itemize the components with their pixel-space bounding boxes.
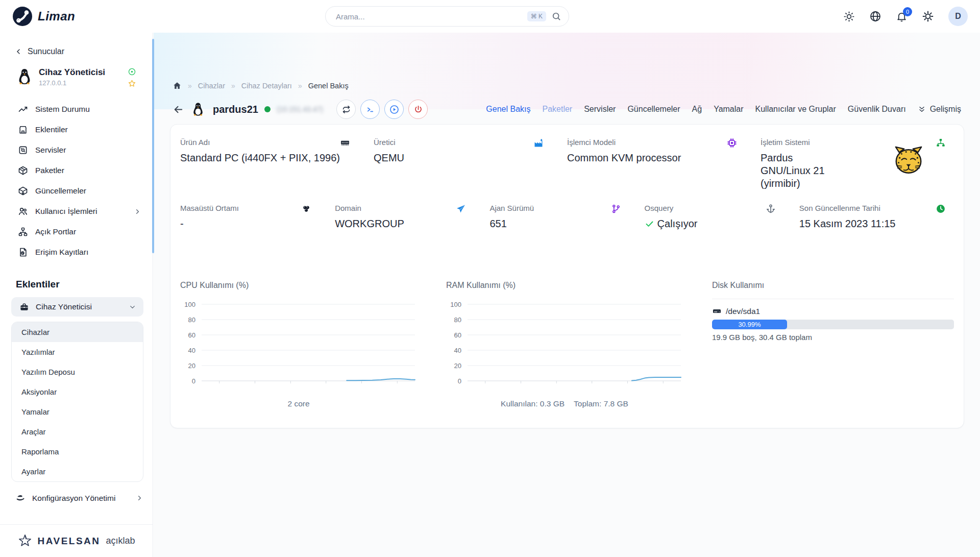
submenu-item-aksiyonlar[interactable]: Aksiyonlar — [12, 382, 143, 402]
svg-text:80: 80 — [188, 316, 195, 324]
cpu-usage-chart: CPU Kullanımı (%) 020406080100 2 core — [180, 281, 417, 408]
main-content: » Cihazlar » Cihaz Detayları » Genel Bak… — [154, 33, 980, 557]
submenu-item-yazilim-deposu[interactable]: Yazılım Deposu — [12, 362, 143, 382]
terminal-button[interactable] — [360, 100, 380, 119]
svg-text:100: 100 — [184, 301, 195, 308]
services-icon — [18, 145, 28, 155]
svg-text:40: 40 — [188, 347, 195, 354]
breadcrumb: » Cihazlar » Cihaz Detayları » Genel Bak… — [173, 81, 349, 90]
package-icon — [18, 165, 28, 176]
layers-icon — [16, 493, 26, 503]
disk-device-row: /dev/sda1 — [712, 306, 954, 316]
breadcrumb-separator: » — [298, 82, 302, 90]
breadcrumb-cihaz-detaylari[interactable]: Cihaz Detayları — [241, 82, 292, 90]
info-card-ajan-surumu: Ajan Sürümü 651 — [489, 204, 644, 245]
svg-text:60: 60 — [188, 331, 195, 339]
favorite-star-icon[interactable] — [128, 79, 136, 88]
memory-icon — [340, 138, 350, 148]
tab-kullanicilar-ve-gruplar[interactable]: Kullanıcılar ve Gruplar — [755, 105, 836, 114]
svg-text:20: 20 — [188, 362, 195, 370]
notification-count-badge: 0 — [903, 7, 912, 16]
info-card-masaustu-ortami: Masaüstü Ortamı - — [180, 204, 335, 245]
disk-percent-label: 30.99% — [738, 321, 761, 328]
search-input[interactable] — [336, 12, 527, 21]
sidebar-item-kullanici-islemleri[interactable]: Kullanıcı İşlemleri — [0, 201, 153, 222]
tab-guvenlik-duvari[interactable]: Güvenlik Duvarı — [848, 105, 906, 114]
server-online-status-icon — [128, 67, 136, 76]
search-shortcut-badge: ⌘ K — [527, 11, 546, 21]
topbar: Liman ⌘ K 0 D — [0, 0, 980, 33]
language-globe-icon[interactable] — [869, 10, 881, 22]
tab-yamalar[interactable]: Yamalar — [714, 105, 743, 114]
sidebar-item-servisler[interactable]: Servisler — [0, 140, 153, 160]
notifications-bell-icon[interactable]: 0 — [896, 11, 908, 22]
search-icon — [551, 11, 561, 21]
tab-genel-bakis[interactable]: Genel Bakış — [486, 105, 530, 114]
extension-group-cihaz-yoneticisi[interactable]: Cihaz Yöneticisi — [11, 297, 143, 317]
tab-servisler[interactable]: Servisler — [584, 105, 616, 114]
info-card-urun-adi: Ürün Adı Standard PC (i440FX + PIIX, 199… — [180, 138, 374, 190]
sidebar-item-erisim-kayitlari[interactable]: Erişim Kayıtları — [0, 242, 153, 262]
back-arrow-icon[interactable] — [173, 104, 184, 115]
settings-gear-icon[interactable] — [922, 10, 934, 22]
power-button[interactable] — [408, 100, 428, 119]
cpu-icon — [727, 138, 737, 148]
liman-logo[interactable]: Liman — [12, 6, 150, 27]
svg-text:60: 60 — [454, 331, 461, 339]
submenu-item-yazilimlar[interactable]: Yazılımlar — [12, 342, 143, 362]
store-icon — [18, 125, 28, 135]
cpu-chart-caption: 2 core — [180, 399, 417, 408]
hard-drive-icon — [712, 306, 722, 316]
global-search[interactable]: ⌘ K — [325, 6, 569, 27]
tab-ag[interactable]: Ağ — [692, 105, 702, 114]
info-card-uretici: Üretici QEMU — [374, 138, 567, 190]
breadcrumb-separator: » — [188, 82, 192, 90]
git-branch-icon — [611, 204, 621, 214]
svg-text:100: 100 — [450, 301, 461, 308]
sidebar-item-eklentiler[interactable]: Eklentiler — [0, 119, 153, 140]
svg-text:80: 80 — [454, 316, 461, 324]
submenu-item-raporlama[interactable]: Raporlama — [12, 442, 143, 462]
os-value: Pardus GNU/Linux 21 (yirmibir) — [761, 152, 837, 190]
disk-divider — [712, 299, 954, 299]
charts-row: CPU Kullanımı (%) 020406080100 2 core RA… — [180, 281, 954, 408]
sidebar-scrollbar-thumb[interactable] — [152, 39, 154, 253]
access-logs-icon — [18, 247, 28, 257]
back-to-servers-link[interactable]: Sunucular — [14, 47, 153, 56]
overview-card: Ürün Adı Standard PC (i440FX + PIIX, 199… — [170, 124, 964, 428]
sidebar-item-konfigurasyon-yonetimi[interactable]: Konfigürasyon Yönetimi — [16, 493, 143, 503]
user-avatar[interactable]: D — [948, 7, 968, 26]
refresh-button[interactable] — [336, 100, 356, 119]
cpu-chart-plot: 020406080100 — [180, 297, 417, 394]
tab-paketler[interactable]: Paketler — [542, 105, 572, 114]
home-icon[interactable] — [173, 81, 182, 90]
submenu-item-yamalar[interactable]: Yamalar — [12, 402, 143, 422]
chevron-right-icon — [136, 494, 143, 502]
play-button[interactable] — [384, 100, 404, 119]
factory-icon — [533, 138, 544, 148]
sidebar-item-paketler[interactable]: Paketler — [0, 160, 153, 181]
info-card-son-guncellenme: Son Güncellenme Tarihi 15 Kasım 2023 11:… — [799, 204, 954, 245]
submenu-item-cihazlar[interactable]: Cihazlar — [12, 322, 143, 342]
sidebar-item-sistem-durumu[interactable]: Sistem Durumu — [0, 99, 153, 119]
submenu-item-araclar[interactable]: Araçlar — [12, 422, 143, 442]
theme-toggle-sun-icon[interactable] — [843, 11, 855, 22]
sidebar-item-acik-portlar[interactable]: Açık Portlar — [0, 222, 153, 242]
aciklab-brand-text: açıklab — [106, 536, 135, 546]
extension-submenu: Cihazlar Yazılımlar Yazılım Deposu Aksiy… — [11, 322, 143, 482]
breadcrumb-cihazlar[interactable]: Cihazlar — [198, 82, 225, 90]
sidebar-menu: Sistem Durumu Eklentiler Servisler Paket… — [0, 99, 153, 262]
server-header: Cihaz Yöneticisi 127.0.0.1 — [15, 67, 140, 87]
sidebar-item-guncellemeler[interactable]: Güncellemeler — [0, 181, 153, 201]
ram-usage-chart: RAM Kullanımı (%) 020406080100 Kullanıla… — [446, 281, 683, 408]
device-ip-masked: (10.151.43.47) — [277, 105, 323, 113]
back-link-label: Sunucular — [28, 47, 64, 56]
submenu-item-ayarlar[interactable]: Ayarlar — [12, 462, 143, 481]
check-icon — [645, 219, 654, 229]
havelsan-star-icon — [17, 534, 33, 549]
pardus-leopard-logo — [893, 144, 924, 176]
ram-total-label: Toplam: 7.8 GB — [574, 399, 628, 408]
tab-guncellemeler[interactable]: Güncellemeler — [627, 105, 680, 114]
tux-penguin-icon — [190, 102, 206, 117]
tab-gelismis[interactable]: Gelişmiş — [918, 105, 961, 114]
